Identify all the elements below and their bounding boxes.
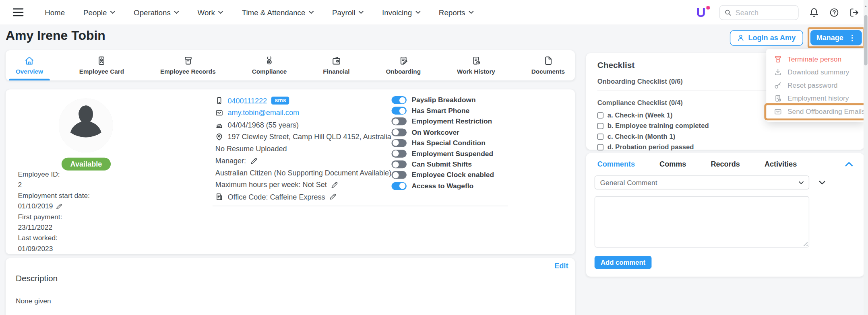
id-card-icon [97,56,107,66]
login-as-button[interactable]: Login as Amy [730,30,803,45]
edit-pencil-icon[interactable] [56,203,62,209]
archive-box-icon [183,56,193,66]
birthday-value: 04/04/1968 (55 years) [227,120,299,129]
help-icon[interactable] [829,8,839,17]
summary-label: Employee ID: [18,170,90,179]
nav-item-home[interactable]: Home [45,8,65,16]
kebab-icon: ⋮ [848,33,856,42]
citizenship-row: Australian Citizen (No Supporting Docume… [215,169,391,177]
chevron-down-icon[interactable] [819,180,826,185]
edit-description-link[interactable]: Edit [554,261,568,270]
menu-item-send-offboarding-emails[interactable]: Send Offboarding Emails [766,105,864,118]
profile-card: Available Employee ID: 2 Employment star… [6,89,575,254]
comment-textarea-wrap [595,196,809,248]
nav-item-work[interactable]: Work [198,8,223,16]
tab-work-history[interactable]: Work History [454,50,499,80]
toggle-switch[interactable] [391,128,407,136]
profile-tabs: Overview Employee Card Employee Records … [6,50,575,80]
toggle-switch[interactable] [391,117,407,125]
summary-value: 01/09/2023 [18,244,90,253]
toggle-employment-suspended[interactable]: Employment Suspended [391,150,494,157]
employee-toggles: Payslip Breakdown Has Smart Phone Employ… [391,96,494,190]
toggle-switch[interactable] [391,182,407,189]
menu-icon[interactable] [13,8,23,16]
key-icon [774,81,782,89]
nav-item-time-attendance[interactable]: Time & Attendance [242,8,314,16]
tab-onboarding[interactable]: Onboarding [382,50,424,80]
description-card: Edit Description None given [6,258,575,315]
tab-comments[interactable]: Comments [597,160,635,168]
add-comment-button[interactable]: Add comment [595,256,652,269]
tab-overview[interactable]: Overview [12,50,47,80]
toggle-switch[interactable] [391,171,407,179]
checkbox[interactable] [597,133,603,139]
scroll-up-arrow[interactable]: ▲ [864,4,868,8]
tab-financial[interactable]: Financial [320,50,353,80]
search-box[interactable] [719,5,798,20]
notifications-bell-icon[interactable] [809,8,819,17]
tab-activities[interactable]: Activities [765,160,797,168]
toggle-employment-restriction[interactable]: Employment Restriction [391,117,494,125]
chevron-up-icon[interactable] [845,161,853,167]
search-input[interactable] [736,8,793,16]
chevron-down-icon [359,10,364,14]
checkbox[interactable] [597,123,603,129]
checklist-item: d. Probation period passed [597,144,853,150]
nav-item-people[interactable]: People [83,8,115,16]
menu-item-download-summary[interactable]: Download summary [766,66,864,79]
medal-icon [265,56,274,66]
email-link[interactable]: amy.tobin@email.com [227,109,299,117]
menu-item-employment-history[interactable]: Employment history [766,92,864,105]
nav-item-reports[interactable]: Reports [439,8,474,16]
toggle-can-submit-shifts[interactable]: Can Submit Shifts [391,161,494,168]
status-badge-row: Available [6,158,167,171]
office-row: Office Code: Caffeine Express [215,193,391,200]
trash-icon [774,55,782,63]
menu-item-reset-password[interactable]: Reset password [766,79,864,92]
description-body: None given [16,297,569,305]
tab-records[interactable]: Records [711,160,740,168]
toggle-access-wageflo[interactable]: Access to Wageflo [391,182,494,189]
nav-item-operations[interactable]: Operations [134,8,179,16]
logout-icon[interactable] [849,8,859,17]
edit-pencil-icon[interactable] [331,181,338,188]
download-icon [774,68,782,76]
toggle-switch[interactable] [391,150,407,157]
toggle-switch[interactable] [391,107,407,115]
address-value: 197 Clewley Street, Camp Hill QLD 4152, … [227,132,391,141]
header-actions: Login as Amy Manage ⋮ [730,27,865,48]
edit-pencil-icon[interactable] [250,157,257,164]
sms-badge[interactable]: sms [271,97,289,104]
toggle-switch[interactable] [391,161,407,168]
toggle-payslip-breakdown[interactable]: Payslip Breakdown [391,96,494,104]
toggle-has-special-condition[interactable]: Has Special Condition [391,139,494,147]
mobile-phone-icon [215,97,223,104]
phone-link[interactable]: 0400111222 [227,97,267,105]
toggle-employee-clock[interactable]: Employee Clock enabled [391,171,494,179]
toggle-has-smart-phone[interactable]: Has Smart Phone [391,107,494,115]
address-row: 197 Clewley Street, Camp Hill QLD 4152, … [215,133,391,140]
checkbox[interactable] [597,144,603,150]
comment-type-select[interactable]: General Comment [595,175,809,189]
checkbox[interactable] [597,112,603,118]
manage-button[interactable]: Manage ⋮ [810,30,862,45]
toggle-switch[interactable] [391,139,407,147]
comment-textarea[interactable] [595,197,809,247]
nav-item-invoicing[interactable]: Invoicing [382,8,420,16]
nav-item-payroll[interactable]: Payroll [332,8,364,16]
email-row: amy.tobin@email.com [215,109,391,116]
checklist-item: c. Check-in (Month 1) [597,133,853,140]
toggle-switch[interactable] [391,96,407,104]
file-clock-icon [471,56,481,66]
toggle-on-workcover[interactable]: On Workcover [391,128,494,136]
tab-employee-records[interactable]: Employee Records [157,50,219,80]
menu-item-terminate-person[interactable]: Terminate person [766,53,864,66]
resume-status: No Resume Uploaded [215,144,287,153]
edit-pencil-icon[interactable] [330,194,337,200]
tab-comms[interactable]: Comms [659,160,686,168]
tab-documents[interactable]: Documents [528,50,568,80]
scrollbar-thumb[interactable] [864,15,867,66]
scrollbar[interactable]: ▲ [864,0,868,315]
tab-employee-card[interactable]: Employee Card [76,50,127,80]
tab-compliance[interactable]: Compliance [248,50,290,80]
